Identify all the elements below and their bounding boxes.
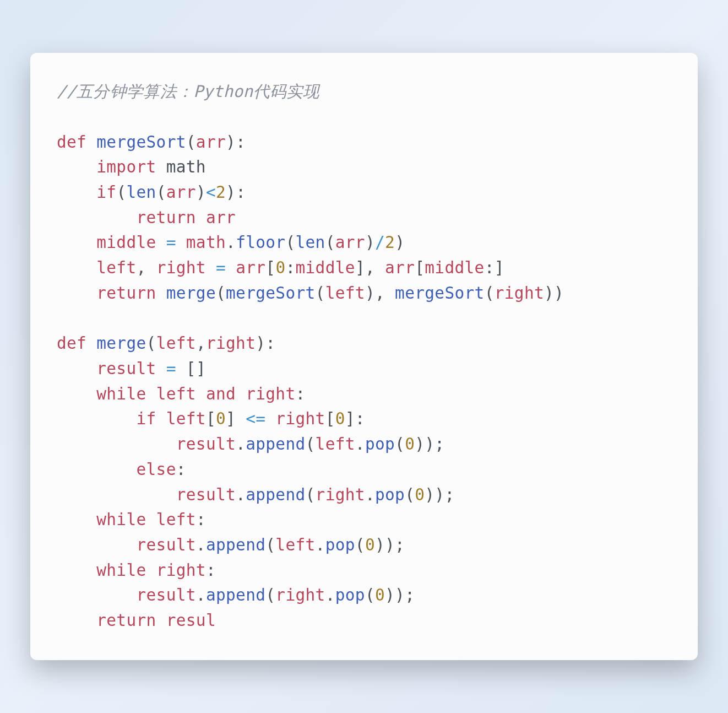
num-0: 0 xyxy=(275,258,285,277)
builtin-len: len xyxy=(296,233,325,252)
var-right: right xyxy=(275,409,325,428)
var-arr: arr xyxy=(206,208,236,227)
num-0: 0 xyxy=(365,536,375,554)
var-result: result xyxy=(136,536,195,554)
param-right: right xyxy=(206,334,256,353)
keyword-def: def xyxy=(57,334,86,353)
var-middle: middle xyxy=(96,233,156,252)
method-pop: pop xyxy=(325,536,355,554)
keyword-while: while xyxy=(96,385,146,403)
keyword-and: and xyxy=(206,385,236,403)
var-right: right xyxy=(495,284,544,303)
code-card: //五分钟学算法：Python代码实现 def mergeSort(arr): … xyxy=(30,53,698,660)
builtin-len: len xyxy=(126,183,156,202)
method-pop: pop xyxy=(375,485,405,504)
module-math: math xyxy=(166,158,206,176)
var-right: right xyxy=(275,586,325,604)
var-left: left xyxy=(156,385,196,403)
func-merge-call: merge xyxy=(166,284,216,303)
method-pop: pop xyxy=(335,586,365,604)
var-result: result xyxy=(176,485,236,504)
keyword-return: return xyxy=(136,208,195,227)
func-mergeSort-call: mergeSort xyxy=(226,284,316,303)
var-left: left xyxy=(166,409,206,428)
var-arr: arr xyxy=(335,233,365,252)
param-left: left xyxy=(156,334,196,353)
func-floor: floor xyxy=(236,233,285,252)
var-left: left xyxy=(325,284,365,303)
method-pop: pop xyxy=(365,435,395,453)
method-append: append xyxy=(246,485,305,504)
keyword-return: return xyxy=(96,284,156,303)
func-mergeSort-call: mergeSort xyxy=(395,284,485,303)
var-middle: middle xyxy=(296,258,355,277)
var-arr: arr xyxy=(166,183,196,202)
var-left: left xyxy=(316,435,355,453)
keyword-if: if xyxy=(96,183,116,202)
op-div: / xyxy=(375,233,385,252)
var-right: right xyxy=(156,258,206,277)
var-right: right xyxy=(246,385,295,403)
var-math: math xyxy=(186,233,226,252)
num-2: 2 xyxy=(385,233,395,252)
var-middle: middle xyxy=(425,258,484,277)
op-lt: < xyxy=(206,183,216,202)
keyword-else: else xyxy=(136,460,176,479)
var-right: right xyxy=(316,485,365,504)
keyword-while: while xyxy=(96,561,146,580)
op-eq: = xyxy=(166,359,176,378)
num-0: 0 xyxy=(415,485,425,504)
keyword-if: if xyxy=(136,409,156,428)
op-lte: <= xyxy=(246,409,265,428)
code-comment: //五分钟学算法：Python代码实现 xyxy=(57,82,320,101)
keyword-while: while xyxy=(96,510,146,529)
var-left: left xyxy=(275,536,315,554)
method-append: append xyxy=(206,536,265,554)
var-left: left xyxy=(96,258,136,277)
func-mergeSort: mergeSort xyxy=(96,133,186,152)
num-0: 0 xyxy=(405,435,415,453)
keyword-return: return xyxy=(96,611,156,630)
var-arr: arr xyxy=(236,258,265,277)
var-resul: resul xyxy=(166,611,216,630)
var-arr: arr xyxy=(385,258,415,277)
var-result: result xyxy=(96,359,156,378)
keyword-def: def xyxy=(57,133,86,152)
num-0: 0 xyxy=(375,586,385,604)
func-merge: merge xyxy=(96,334,146,353)
keyword-import: import xyxy=(96,158,156,176)
num-2: 2 xyxy=(216,183,226,202)
op-eq: = xyxy=(216,258,226,277)
num-0: 0 xyxy=(335,409,345,428)
method-append: append xyxy=(246,435,305,453)
op-eq: = xyxy=(166,233,176,252)
var-left: left xyxy=(156,510,196,529)
var-right: right xyxy=(156,561,206,580)
num-0: 0 xyxy=(216,409,226,428)
param-arr: arr xyxy=(196,133,226,152)
method-append: append xyxy=(206,586,265,604)
code-block: //五分钟学算法：Python代码实现 def mergeSort(arr): … xyxy=(57,79,676,634)
var-result: result xyxy=(176,435,236,453)
var-result: result xyxy=(136,586,195,604)
